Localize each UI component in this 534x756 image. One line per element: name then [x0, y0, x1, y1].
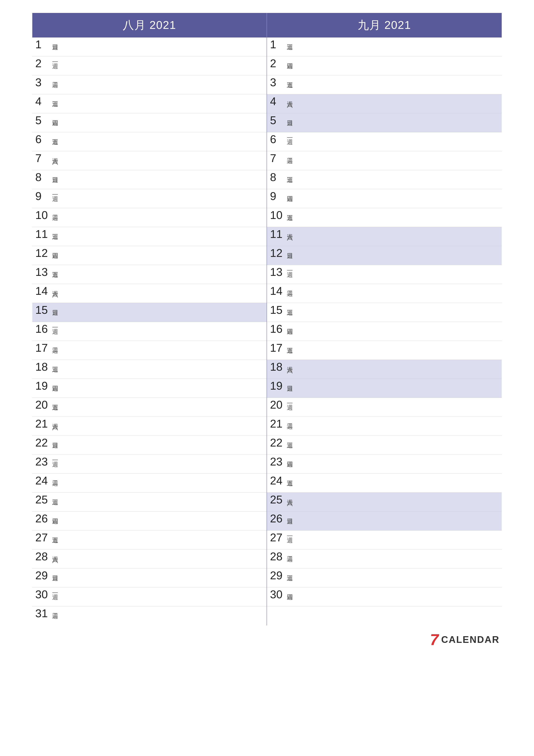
day-label: 週二 [286, 153, 293, 154]
day-label: 週一 [52, 59, 58, 59]
calendar-body: 1週日2週一3週二4週三5週四6週五7週六8週日9週一10週二11週三12週四1… [32, 38, 502, 625]
day-number: 8 [270, 172, 285, 183]
day-label: 週四 [52, 381, 58, 381]
day-label: 週二 [52, 78, 58, 78]
day-row: 14週六 [32, 284, 267, 303]
day-row: 27週五 [32, 530, 267, 550]
day-row: 28週二 [267, 550, 502, 569]
month-header-aug: 八月 2021 [32, 13, 267, 38]
day-number: 14 [35, 285, 50, 297]
day-label: 週日 [286, 514, 293, 514]
sep-days-column: 1週三2週四3週五4週六5週日6週一7週二8週三9週四10週五11週六12週日1… [267, 38, 502, 625]
day-row: 10週五 [267, 208, 502, 227]
day-row: 2週一 [32, 56, 267, 75]
day-number: 4 [35, 96, 50, 107]
day-label: 週三 [286, 571, 293, 571]
day-label: 週六 [52, 153, 58, 154]
day-number: 1 [270, 39, 285, 50]
day-row: 16週四 [267, 322, 502, 341]
day-number: 15 [35, 304, 50, 315]
day-label: 週一 [286, 267, 293, 268]
day-label: 週二 [52, 476, 58, 476]
day-number: 16 [270, 323, 285, 335]
day-number: 25 [270, 494, 285, 505]
day-row: 17週五 [267, 341, 502, 360]
day-number: 23 [270, 456, 285, 467]
day-label: 週四 [286, 457, 293, 457]
day-number: 10 [270, 209, 285, 221]
day-label: 週二 [286, 552, 293, 552]
day-row: 18週六 [267, 360, 502, 379]
day-label: 週一 [52, 191, 58, 192]
month-header-sep: 九月 2021 [267, 13, 502, 38]
day-number: 3 [270, 77, 285, 88]
day-label: 週三 [52, 96, 58, 97]
day-label: 週五 [52, 134, 58, 135]
day-number: 3 [35, 77, 50, 88]
day-row: 16週一 [32, 322, 267, 341]
day-number: 28 [270, 551, 285, 562]
day-label: 週六 [286, 362, 293, 363]
day-label: 週五 [286, 476, 293, 476]
day-row: 29週三 [267, 569, 502, 587]
day-row: 30週四 [267, 587, 502, 607]
day-label: 週四 [52, 514, 58, 514]
day-number: 22 [270, 437, 285, 448]
day-number: 9 [35, 191, 50, 202]
brand-number: 7 [430, 632, 439, 647]
day-number: 6 [270, 134, 285, 145]
day-label: 週日 [52, 305, 58, 306]
day-label: 週四 [52, 116, 58, 116]
day-row: 9週一 [32, 189, 267, 208]
day-number: 29 [35, 570, 50, 581]
day-row-empty [267, 607, 502, 625]
day-row: 6週五 [32, 132, 267, 151]
day-label: 週日 [52, 438, 58, 438]
day-row: 5週日 [267, 113, 502, 132]
day-row: 28週六 [32, 550, 267, 569]
day-row: 12週日 [267, 246, 502, 265]
day-row: 3週二 [32, 75, 267, 94]
day-row: 9週四 [267, 189, 502, 208]
day-number: 10 [35, 209, 50, 221]
headers-row: 八月 2021 九月 2021 [32, 13, 502, 38]
day-number: 13 [270, 266, 285, 278]
day-row: 21週六 [32, 417, 267, 436]
day-number: 19 [270, 380, 285, 392]
day-row: 15週三 [267, 303, 502, 322]
day-row: 31週二 [32, 607, 267, 625]
day-label: 週六 [286, 495, 293, 495]
day-row: 21週二 [267, 417, 502, 436]
day-label: 週四 [286, 590, 293, 590]
day-row: 4週六 [267, 94, 502, 113]
day-number: 23 [35, 456, 50, 467]
day-row: 23週一 [32, 455, 267, 474]
brand-text: CALENDAR [441, 634, 499, 645]
day-number: 12 [35, 247, 50, 258]
day-row: 29週日 [32, 569, 267, 587]
day-number: 9 [270, 191, 285, 202]
day-label: 週二 [52, 343, 58, 343]
day-number: 2 [35, 58, 50, 69]
day-number: 12 [270, 247, 285, 258]
calendar-wrapper: 八月 2021 九月 2021 1週日2週一3週二4週三5週四6週五7週六8週日… [32, 13, 502, 625]
day-label: 週五 [286, 78, 293, 78]
day-row: 4週三 [32, 94, 267, 113]
day-label: 週六 [286, 96, 293, 97]
day-row: 12週四 [32, 246, 267, 265]
day-label: 週日 [286, 248, 293, 249]
day-number: 16 [35, 323, 50, 335]
day-row: 30週一 [32, 587, 267, 607]
day-label: 週四 [52, 248, 58, 249]
aug-days-column: 1週日2週一3週二4週三5週四6週五7週六8週日9週一10週二11週三12週四1… [32, 38, 267, 625]
day-label: 週五 [286, 343, 293, 343]
day-row: 5週四 [32, 113, 267, 132]
day-row: 19週四 [32, 379, 267, 398]
day-row: 25週三 [32, 493, 267, 512]
day-row: 1週三 [267, 38, 502, 56]
day-label: 週三 [52, 495, 58, 495]
day-label: 週五 [286, 210, 293, 211]
day-label: 週二 [286, 419, 293, 419]
day-label: 週日 [52, 173, 58, 173]
day-label: 週四 [286, 191, 293, 192]
